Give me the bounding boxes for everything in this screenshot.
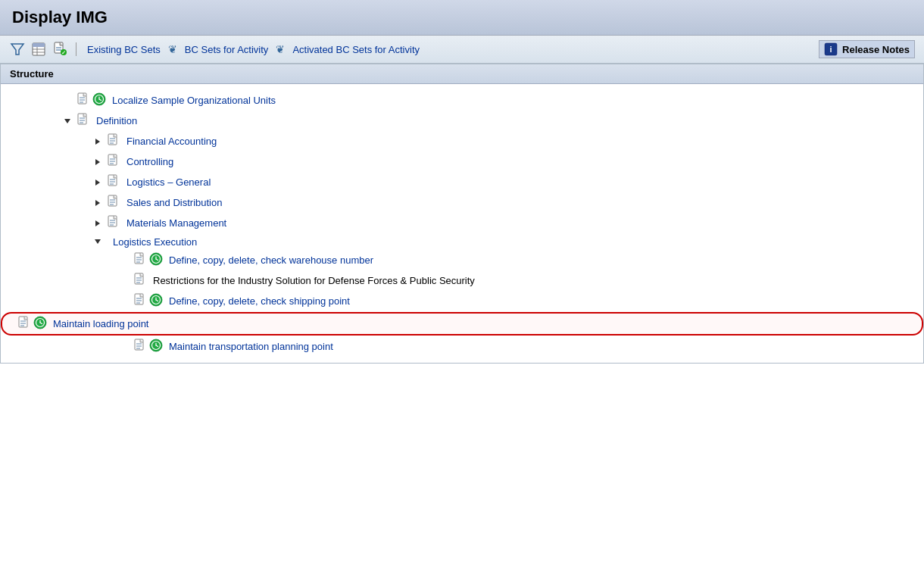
tree-item-localize: Localize Sample Organizational Units [1,90,923,111]
release-notes-btn[interactable]: i Release Notes [819,40,915,58]
tree-item-controlling: Controlling [1,151,923,172]
tree-icons-controlling [107,154,120,170]
clock-icon-define-warehouse [149,252,163,268]
doc-icon-define-shipping [133,293,147,309]
svg-rect-2 [33,43,45,47]
tree-label-maintain-transport[interactable]: Maintain transportation planning point [169,341,333,352]
tree-label-logistics-execution[interactable]: Logistics Execution [113,236,197,248]
tree-arrow-logistics-execution[interactable] [92,236,104,248]
svg-marker-0 [11,44,23,55]
doc-icon-materials-management [107,215,120,231]
tree-item-logistics-general: Logistics – General [1,172,923,192]
toolbar: ✓ Existing BC Sets ❦ BC Sets for Activit… [0,36,924,64]
tree-icons-localize [76,92,106,108]
structure-body: Localize Sample Organizational Units Def… [1,84,923,363]
doc-icon-sales-distribution [107,195,120,211]
doc-icon-definition [76,113,90,129]
doc-icon-restrictions-industry [133,273,147,289]
tree-icons-maintain-loading [17,316,47,332]
release-notes-label: Release Notes [842,44,910,55]
tree-icons-materials-management [107,215,120,231]
title-bar: Display IMG [0,0,924,36]
tree-label-sales-distribution[interactable]: Sales and Distribution [126,197,222,208]
tree-label-definition[interactable]: Definition [96,115,137,126]
toolbar-separator [76,42,76,56]
tree-icons-define-warehouse [133,252,163,268]
svg-marker-31 [95,159,100,165]
tree-icons-definition [76,113,90,129]
svg-marker-21 [64,119,70,123]
tree-icons-logistics-general [107,174,120,190]
tree-label-logistics-general[interactable]: Logistics – General [126,176,211,188]
main-container: Display IMG [0,0,924,568]
doc-icon-financial-accounting [107,133,120,149]
svg-text:✓: ✓ [61,50,66,55]
activated-bc-icon: ❦ [276,43,285,55]
tree-arrow-logistics-general[interactable] [92,176,104,189]
doc-icon-maintain-loading [17,316,31,332]
tree-item-maintain-transport: Maintain transportation planning point [1,336,923,357]
doc-icon-logistics-general [107,174,120,190]
tree-item-define-shipping: Define, copy, delete, check shipping poi… [1,291,923,311]
doc-icon-localize [76,92,90,108]
clock-icon-define-shipping [149,293,163,309]
clock-icon-maintain-transport [149,339,163,354]
filter-icon[interactable] [9,41,26,58]
tree-item-sales-distribution: Sales and Distribution [1,192,923,213]
tree-label-localize[interactable]: Localize Sample Organizational Units [112,95,276,106]
bc-sets-activity-btn[interactable]: BC Sets for Activity [182,42,272,57]
tree-item-logistics-execution: Logistics Execution [1,233,923,250]
tree-arrow-financial-accounting[interactable] [92,136,104,148]
doc-icon-maintain-transport [133,339,147,354]
tree-label-materials-management[interactable]: Materials Management [126,217,226,229]
svg-marker-26 [95,139,100,145]
structure-panel: Structure Localize Sample Organizational… [0,64,924,364]
tree-arrow-controlling[interactable] [92,156,104,168]
tree-item-financial-accounting: Financial Accounting [1,131,923,151]
clock-icon-maintain-loading [33,316,47,332]
tree-label-financial-accounting[interactable]: Financial Accounting [126,136,217,147]
doc-icon[interactable]: ✓ [52,41,68,58]
doc-icon-define-warehouse [133,252,147,268]
page-title: Display IMG [12,8,912,27]
tree-label-restrictions-industry[interactable]: Restrictions for the Industry Solution f… [153,275,475,286]
svg-text:i: i [830,45,832,54]
bc-activity-icon: ❦ [168,43,177,55]
tree-container: Localize Sample Organizational Units Def… [1,90,923,357]
tree-arrow-sales-distribution[interactable] [92,197,104,209]
release-notes-icon: i [824,42,838,56]
tree-item-materials-management: Materials Management [1,213,923,233]
tree-arrow-definition[interactable] [61,115,73,127]
tree-label-define-warehouse[interactable]: Define, copy, delete, check warehouse nu… [169,254,373,266]
svg-marker-51 [95,239,101,244]
svg-marker-41 [95,200,100,206]
tree-item-definition: Definition [1,111,923,131]
tree-arrow-materials-management[interactable] [92,217,104,229]
clock-icon-localize [92,92,106,108]
tree-icons-sales-distribution [107,195,120,211]
tree-item-restrictions-industry: Restrictions for the Industry Solution f… [1,270,923,291]
tree-item-define-warehouse: Define, copy, delete, check warehouse nu… [1,250,923,270]
svg-marker-46 [95,220,100,226]
bc-sets-table-icon[interactable] [30,41,47,58]
activated-bc-sets-btn[interactable]: Activated BC Sets for Activity [289,42,423,57]
tree-label-maintain-loading[interactable]: Maintain loading point [53,318,148,329]
doc-icon-controlling [107,154,120,170]
tree-icons-maintain-transport [133,339,163,354]
svg-marker-36 [95,179,100,186]
tree-icons-define-shipping [133,293,163,309]
tree-label-controlling[interactable]: Controlling [126,156,173,167]
structure-header: Structure [1,64,923,84]
tree-icons-financial-accounting [107,133,120,149]
existing-bc-sets-btn[interactable]: Existing BC Sets [84,42,164,57]
tree-item-maintain-loading: Maintain loading point [1,312,923,335]
tree-icons-restrictions-industry [133,273,147,289]
tree-label-define-shipping[interactable]: Define, copy, delete, check shipping poi… [169,295,350,307]
